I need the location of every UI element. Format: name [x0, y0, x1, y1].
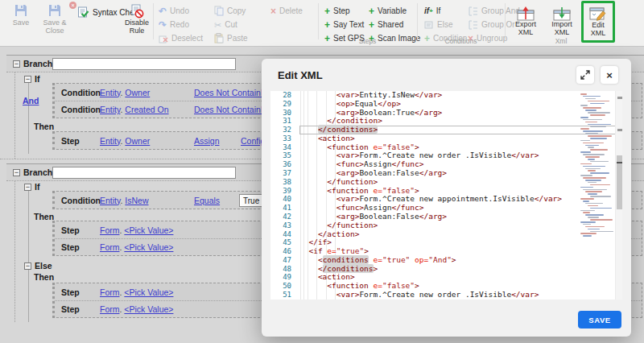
minimap-line: [583, 130, 603, 132]
pick-value-link[interactable]: <Pick Value>: [124, 242, 173, 252]
minimap-line: [583, 224, 591, 225]
undo-button[interactable]: ↶ Undo: [159, 6, 189, 16]
collapse-icon[interactable]: −: [13, 169, 20, 176]
pick-value-link[interactable]: <Pick Value>: [124, 304, 173, 314]
branch2-else-node[interactable]: − Else: [24, 261, 52, 271]
steps-group-label: Steps: [318, 37, 417, 45]
pick-value-link[interactable]: <Pick Value>: [124, 287, 173, 297]
redo-icon: ↷: [159, 21, 167, 29]
branch2-if-node[interactable]: − If: [24, 182, 39, 192]
minimap[interactable]: [580, 93, 613, 238]
line-number: 48: [270, 265, 299, 274]
minimap-line: [583, 177, 606, 179]
line-number: 34: [270, 143, 299, 152]
minimap-line: [583, 107, 601, 109]
line-number: 28: [270, 91, 299, 100]
line-number: 46: [270, 247, 299, 256]
delete-button[interactable]: × Delete: [270, 6, 303, 16]
ribbon-toolbar: Save × Save & Close Syntax Check Disable…: [0, 0, 644, 47]
minimap-line: [590, 138, 607, 139]
collapse-icon[interactable]: −: [24, 76, 31, 83]
add-say-text-button[interactable]: + Say Text: [324, 19, 364, 30]
else-icon: [424, 20, 434, 29]
paste-button[interactable]: Paste: [214, 33, 248, 43]
entity-link[interactable]: Entity: [100, 88, 120, 97]
minimap-line: [580, 151, 591, 153]
action-link[interactable]: Assign: [194, 136, 220, 146]
minimap-line: [580, 175, 592, 176]
minimap-line: [585, 203, 603, 205]
operator-link[interactable]: Equals: [194, 196, 220, 205]
minimap-line: [580, 117, 588, 118]
code-line[interactable]: 47 <conditions e="true" op="And">: [270, 256, 622, 265]
save-button[interactable]: Save: [3, 2, 39, 27]
and-operator-link[interactable]: And: [23, 96, 39, 105]
close-button[interactable]: ×: [601, 66, 618, 84]
cut-button[interactable]: ✂ Cut: [214, 19, 237, 30]
minimap-line: [580, 187, 593, 188]
collapse-icon[interactable]: −: [24, 184, 31, 191]
field-link[interactable]: IsNew: [125, 196, 148, 205]
add-shared-button[interactable]: + Shared: [369, 19, 403, 30]
minimap-line: [588, 101, 609, 102]
entity-link[interactable]: Entity: [100, 105, 120, 114]
line-number: 47: [270, 256, 299, 265]
field-link[interactable]: Owner: [125, 136, 150, 146]
minimap-line: [590, 196, 611, 197]
collapse-icon[interactable]: −: [24, 262, 31, 270]
add-step-button[interactable]: + Step: [324, 6, 350, 16]
copy-button[interactable]: Copy: [214, 6, 246, 16]
group-and-icon: [468, 6, 478, 16]
entity-link[interactable]: Entity: [100, 136, 120, 146]
minimap-line: [588, 193, 597, 195]
code-line[interactable]: 51 <var>Form.^Create new order .IsVisibl…: [270, 291, 622, 300]
line-number: 45: [270, 238, 299, 247]
import-xml-button[interactable]: Import XML: [544, 4, 580, 36]
line-number: 39: [270, 187, 299, 196]
branch1-name-input[interactable]: [52, 58, 236, 70]
save-close-button[interactable]: × Save & Close: [37, 2, 72, 35]
deselect-button[interactable]: Deselect: [159, 33, 203, 43]
minimap-line: [585, 122, 597, 123]
minimap-line: [588, 229, 600, 230]
minimap-line: [583, 119, 602, 121]
branch1-if-node[interactable]: − If: [24, 74, 39, 84]
minimap-line: [583, 143, 604, 144]
add-else-button[interactable]: Else: [424, 19, 452, 30]
form-link[interactable]: Form: [100, 287, 120, 297]
field-link[interactable]: Created On: [125, 105, 168, 114]
line-number: 38: [270, 178, 299, 187]
save-xml-button[interactable]: SAVE: [578, 311, 621, 329]
minimap-line: [588, 217, 599, 218]
minimap-line: [588, 170, 596, 172]
export-xml-button[interactable]: Export XML: [507, 4, 544, 36]
editor-scrollbar[interactable]: [615, 91, 622, 300]
minimap-line: [585, 133, 598, 134]
form-link[interactable]: Form: [100, 304, 120, 314]
disable-rule-button[interactable]: Disable Rule: [119, 2, 155, 35]
plus-icon: +: [324, 7, 330, 15]
plus-icon: +: [369, 21, 374, 29]
add-variable-button[interactable]: + Variable: [369, 6, 407, 16]
xml-code-editor[interactable]: 28 <var>Entity.IsNew</var>29 <op>Equal</…: [270, 91, 622, 300]
minimap-line: [590, 114, 605, 116]
maximize-button[interactable]: [576, 66, 594, 84]
minimap-line: [588, 159, 595, 160]
minimap-line: [588, 112, 610, 114]
tree-guide: [14, 181, 15, 322]
minimap-line: [588, 124, 611, 126]
cursor-position-mark: [617, 162, 622, 163]
line-number: 44: [270, 230, 299, 239]
entity-link[interactable]: Entity: [100, 196, 120, 205]
pick-value-link[interactable]: <Pick Value>: [124, 225, 173, 235]
form-link[interactable]: Form: [100, 225, 120, 235]
redo-button[interactable]: ↷ Redo: [159, 19, 189, 30]
undo-icon: ↶: [159, 7, 167, 15]
form-link[interactable]: Form: [100, 242, 120, 252]
scrollbar-thumb[interactable]: [617, 155, 622, 209]
collapse-icon[interactable]: −: [13, 60, 20, 68]
minimap-line: [585, 168, 601, 170]
branch2-name-input[interactable]: [52, 167, 236, 179]
field-link[interactable]: Owner: [125, 88, 150, 97]
add-if-button[interactable]: if+ If: [424, 6, 440, 16]
